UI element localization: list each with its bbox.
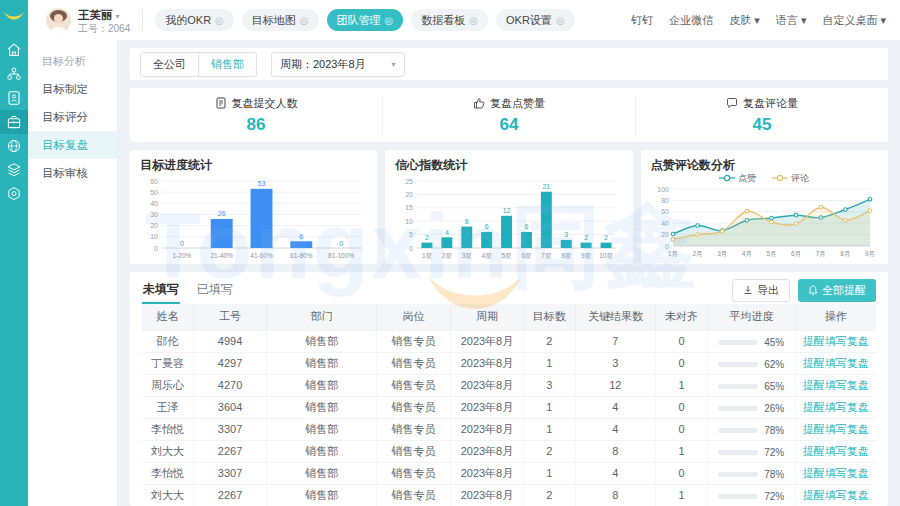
export-button[interactable]: 导出 xyxy=(732,279,790,302)
cell-岗位: 销售专员 xyxy=(377,330,450,352)
remind-fill-link[interactable]: 提醒填写复盘 xyxy=(803,489,869,501)
svg-text:3: 3 xyxy=(565,231,569,238)
sidebar-item-3[interactable]: 目标审核 xyxy=(28,159,117,187)
cell-姓名: 李怡悦 xyxy=(142,418,193,440)
cell-工号: 4270 xyxy=(193,374,266,396)
cell-action: 提醒填写复盘 xyxy=(795,440,876,462)
cell-未对齐: 1 xyxy=(656,484,707,506)
remind-fill-link[interactable]: 提醒填写复盘 xyxy=(803,401,869,413)
target-ring-icon: ◎ xyxy=(215,15,224,26)
top-tab-3[interactable]: 数据看板◎ xyxy=(411,9,488,31)
rail-gear-icon[interactable] xyxy=(0,182,28,206)
table-tab-0[interactable]: 未填写 xyxy=(142,277,180,304)
cell-姓名: 丁曼容 xyxy=(142,352,193,374)
col-header-6: 关键结果数 xyxy=(575,304,656,330)
cell-部门: 销售部 xyxy=(267,352,377,374)
cell-action: 提醒填写复盘 xyxy=(795,396,876,418)
cell-progress: 26% xyxy=(707,396,795,418)
cell-部门: 销售部 xyxy=(267,396,377,418)
cell-工号: 4994 xyxy=(193,330,266,352)
cell-姓名: 邵伦 xyxy=(142,330,193,352)
scope-segmented-control: 全公司销售部 xyxy=(140,52,257,77)
rail-briefcase-icon[interactable] xyxy=(0,110,28,134)
main-content: 全公司销售部 周期：2023年8月 ▾ 复盘提交人数86复盘点赞量64复盘评论量… xyxy=(118,40,900,506)
svg-text:0: 0 xyxy=(154,245,158,252)
col-header-4: 周期 xyxy=(450,304,523,330)
cell-未对齐: 0 xyxy=(656,330,707,352)
app-rail xyxy=(0,0,28,506)
col-header-8: 平均进度 xyxy=(707,304,795,330)
topbar-action-4[interactable]: 自定义桌面 ▾ xyxy=(822,13,886,28)
period-label: 周期：2023年8月 xyxy=(280,57,366,72)
svg-text:4星: 4星 xyxy=(482,252,493,259)
svg-text:1月: 1月 xyxy=(668,250,678,258)
rail-layers-icon[interactable] xyxy=(0,158,28,182)
remind-fill-link[interactable]: 提醒填写复盘 xyxy=(803,445,869,457)
top-tab-0[interactable]: 我的OKR◎ xyxy=(155,9,234,31)
progress-bar xyxy=(718,472,758,477)
app-logo[interactable] xyxy=(0,0,28,34)
cell-progress: 72% xyxy=(707,484,795,506)
download-icon xyxy=(743,285,753,295)
chevron-down-icon: ▾ xyxy=(116,12,120,21)
topbar-action-0[interactable]: 钉钉 xyxy=(631,13,653,28)
top-tab-4[interactable]: OKR设置◎ xyxy=(496,9,575,31)
cell-姓名: 刘大大 xyxy=(142,440,193,462)
remind-fill-link[interactable]: 提醒填写复盘 xyxy=(803,423,869,435)
remind-fill-link[interactable]: 提醒填写复盘 xyxy=(803,379,869,391)
svg-text:20: 20 xyxy=(150,222,158,229)
scope-option-0[interactable]: 全公司 xyxy=(141,53,198,76)
cell-周期: 2023年8月 xyxy=(450,374,523,396)
table-tab-1[interactable]: 已填写 xyxy=(196,277,234,304)
rail-home-icon[interactable] xyxy=(0,38,28,62)
stat-label: 复盘点赞量 xyxy=(490,96,545,111)
topbar-action-2[interactable]: 皮肤 ▾ xyxy=(729,13,760,28)
filter-bar: 全公司销售部 周期：2023年8月 ▾ xyxy=(130,48,888,80)
remind-all-button[interactable]: 全部提醒 xyxy=(798,279,876,302)
remind-fill-link[interactable]: 提醒填写复盘 xyxy=(803,357,869,369)
user-block[interactable]: 王芙丽▾ 工号：2064 xyxy=(78,5,130,35)
cell-岗位: 销售专员 xyxy=(377,462,450,484)
period-dropdown[interactable]: 周期：2023年8月 ▾ xyxy=(271,52,405,77)
svg-text:6星: 6星 xyxy=(522,252,533,259)
svg-text:7月: 7月 xyxy=(815,250,825,258)
rail-globe-icon[interactable] xyxy=(0,134,28,158)
sidebar-item-1[interactable]: 目标评分 xyxy=(28,103,117,131)
svg-text:20: 20 xyxy=(406,191,414,198)
svg-text:6: 6 xyxy=(485,223,489,230)
svg-text:21-40%: 21-40% xyxy=(210,252,233,259)
sidebar-item-0[interactable]: 目标制定 xyxy=(28,75,117,103)
col-header-2: 部门 xyxy=(267,304,377,330)
avatar[interactable] xyxy=(46,8,71,33)
cell-周期: 2023年8月 xyxy=(450,418,523,440)
cell-岗位: 销售专员 xyxy=(377,484,450,506)
topbar-action-3[interactable]: 语言 ▾ xyxy=(776,13,807,28)
cell-工号: 3307 xyxy=(193,418,266,440)
sidebar: 目标分析 目标制定目标评分目标复盘目标审核 xyxy=(28,40,118,506)
remind-fill-link[interactable]: 提醒填写复盘 xyxy=(803,467,869,479)
topbar-action-1[interactable]: 企业微信 xyxy=(669,13,713,28)
cell-岗位: 销售专员 xyxy=(377,418,450,440)
top-tab-2[interactable]: 团队管理◎ xyxy=(327,9,404,31)
smile-logo-icon xyxy=(2,9,26,25)
remind-fill-link[interactable]: 提醒填写复盘 xyxy=(803,335,869,347)
cell-目标数: 2 xyxy=(524,330,575,352)
user-name: 王芙丽 xyxy=(78,9,113,21)
cell-周期: 2023年8月 xyxy=(450,352,523,374)
top-tab-1[interactable]: 目标地图◎ xyxy=(242,9,319,31)
cell-progress: 78% xyxy=(707,418,795,440)
svg-text:5星: 5星 xyxy=(502,252,513,259)
chart-legend: 点赞评论 xyxy=(651,172,878,184)
sidebar-item-2[interactable]: 目标复盘 xyxy=(28,131,117,159)
cell-部门: 销售部 xyxy=(267,462,377,484)
table-row: 周乐心4270销售部销售专员2023年8月312165%提醒填写复盘 xyxy=(142,374,876,396)
rail-doc-user-icon[interactable] xyxy=(0,86,28,110)
cell-关键结果数: 12 xyxy=(575,374,656,396)
svg-text:10: 10 xyxy=(150,233,158,240)
cell-姓名: 刘大大 xyxy=(142,484,193,506)
scope-option-1[interactable]: 销售部 xyxy=(198,53,256,76)
cell-岗位: 销售专员 xyxy=(377,440,450,462)
rail-org-icon[interactable] xyxy=(0,62,28,86)
cell-目标数: 1 xyxy=(524,462,575,484)
stat-0: 复盘提交人数86 xyxy=(130,96,382,135)
